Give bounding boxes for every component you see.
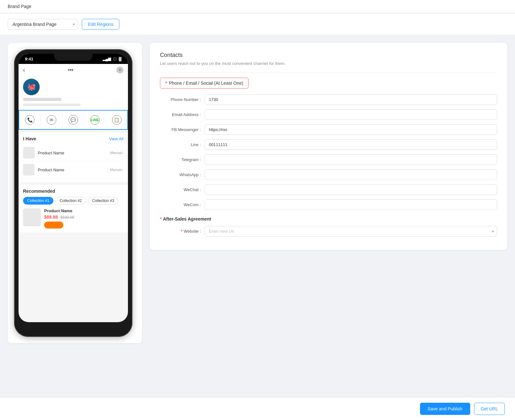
edit-regions-button[interactable]: Edit Regions xyxy=(82,19,119,30)
product-name-2: Product Name xyxy=(38,167,110,172)
phone-frame: 9:41 ▂▄▆ ⬡ ▓ ‹ ••• ✕ xyxy=(14,49,132,337)
phone-number-label: Phone Number : xyxy=(160,97,205,102)
phone-notch xyxy=(54,54,92,61)
region-bar: Argentina Brand Page ▾ Edit Regions xyxy=(0,14,515,35)
fb-messenger-row: FB Messenger : xyxy=(160,124,497,135)
required-badge: * Phone / Email / Social (At Least One) xyxy=(160,78,249,89)
bottom-bar: Save and Publish Get URL xyxy=(0,397,515,420)
line-contact-icon[interactable]: LINE xyxy=(84,114,106,126)
phone-number-row: Phone Number : xyxy=(160,94,497,105)
product-thumb-2 xyxy=(23,164,35,175)
contact-form: Phone Number : Email Address : FB Messen… xyxy=(160,94,497,210)
phone-mockup-container: 9:41 ▂▄▆ ⬡ ▓ ‹ ••• ✕ xyxy=(8,43,142,343)
get-url-button[interactable]: Get URL xyxy=(474,403,505,415)
website-dropdown-wrapper: Enter new Url ▾ xyxy=(205,226,497,237)
contacts-panel: Contacts Let users reach out to you on t… xyxy=(150,43,507,250)
signal-icon: ▂▄▆ xyxy=(103,57,111,61)
wifi-icon: ⬡ xyxy=(113,57,116,61)
product-row: Product Name Manual › xyxy=(23,144,123,161)
phone-status-icons: ▂▄▆ ⬡ ▓ xyxy=(103,57,122,61)
line-label: Line : xyxy=(160,142,205,147)
top-bar: Brand Page xyxy=(0,0,515,13)
website-row: * Website : Enter new Url ▾ xyxy=(160,226,497,237)
collection-tab-1[interactable]: Collection #1 xyxy=(23,197,53,205)
wechat-label: WeChat : xyxy=(160,187,205,192)
collection-tabs: Collection #1 Collection #2 Collection #… xyxy=(23,197,123,205)
wechat-input[interactable] xyxy=(205,184,497,195)
phone-icon: 📞 xyxy=(25,115,35,125)
product-row-2: Product Name Manual › xyxy=(23,161,123,178)
page-wrapper: Brand Page Argentina Brand Page ▾ Edit R… xyxy=(0,0,515,420)
line-input[interactable] xyxy=(205,139,497,150)
contacts-subtitle: Let users reach out to you on the most c… xyxy=(160,61,497,66)
phone-screen: 9:41 ▂▄▆ ⬡ ▓ ‹ ••• ✕ xyxy=(19,54,128,322)
email-address-input[interactable] xyxy=(205,109,497,120)
i-have-title: I Have xyxy=(23,136,36,141)
whatsapp-input[interactable] xyxy=(205,169,497,180)
website-label: * Website : xyxy=(160,229,205,234)
close-icon[interactable]: ✕ xyxy=(116,66,123,74)
note-contact-icon[interactable]: 📋 xyxy=(106,114,127,126)
phone-number-input[interactable] xyxy=(205,94,497,105)
brand-name-bar xyxy=(23,98,61,101)
product-type-1: Manual › xyxy=(110,151,123,155)
required-badge-label: Phone / Email / Social (At Least One) xyxy=(169,81,243,86)
view-all-link[interactable]: View All xyxy=(109,136,123,141)
brand-avatar: 🐙 xyxy=(23,79,40,95)
battery-icon: ▓ xyxy=(119,57,122,61)
product-card: Product Name $88.88 $100.00 xyxy=(23,208,123,229)
back-icon[interactable]: ‹ xyxy=(23,67,25,74)
fb-messenger-label: FB Messenger : xyxy=(160,127,205,132)
contact-icons-bar: 📞 ✉ 💬 LINE 📋 xyxy=(19,110,128,130)
product-price-original: $100.00 xyxy=(60,215,74,220)
contacts-title: Contacts xyxy=(160,52,497,58)
recommended-section: Recommended Collection #1 Collection #2 … xyxy=(19,185,128,232)
phone-contact-icon[interactable]: 📞 xyxy=(19,114,41,126)
email-icon: ✉ xyxy=(47,115,56,125)
whatsapp-label: WhatsApp : xyxy=(160,172,205,177)
product-card-name: Product Name xyxy=(44,208,123,213)
telegram-label: Telegram : xyxy=(160,157,205,162)
main-content: 9:41 ▂▄▆ ⬡ ▓ ‹ ••• ✕ xyxy=(0,35,515,351)
save-and-publish-button[interactable]: Save and Publish xyxy=(420,403,470,415)
product-card-info: Product Name $88.88 $100.00 xyxy=(44,208,123,229)
i-have-header: I Have View All xyxy=(23,136,123,141)
line-row: Line : xyxy=(160,139,497,150)
product-type-2: Manual › xyxy=(110,168,123,172)
after-sales-title: * After-Sales Agreement xyxy=(160,216,497,222)
section-divider xyxy=(160,72,497,73)
note-icon: 📋 xyxy=(112,115,122,125)
product-thumb-1 xyxy=(23,147,35,159)
required-star: * xyxy=(165,81,167,86)
wecom-row: WeCom : xyxy=(160,199,497,210)
wecom-input[interactable] xyxy=(205,199,497,210)
dots-icon: ••• xyxy=(68,67,74,73)
after-sales-title-text: After-Sales Agreement xyxy=(163,216,211,222)
collection-tab-2[interactable]: Collection #2 xyxy=(55,197,86,205)
fb-messenger-input[interactable] xyxy=(205,124,497,135)
i-have-section: I Have View All Product Name Manual › xyxy=(19,132,128,182)
wecom-label: WeCom : xyxy=(160,202,205,207)
wechat-row: WeChat : xyxy=(160,184,497,195)
add-to-cart-button[interactable] xyxy=(44,222,63,229)
region-dropdown[interactable]: Argentina Brand Page xyxy=(8,19,78,30)
telegram-row: Telegram : xyxy=(160,154,497,165)
product-pricing: $88.88 $100.00 xyxy=(44,214,123,220)
phone-time: 9:41 xyxy=(25,57,33,61)
after-sales-section: * After-Sales Agreement * Website : Ente… xyxy=(160,216,497,237)
telegram-input[interactable] xyxy=(205,154,497,165)
screen-nav: ‹ ••• ✕ xyxy=(19,64,128,76)
email-contact-icon[interactable]: ✉ xyxy=(41,114,63,126)
recommended-title: Recommended xyxy=(23,189,123,194)
collection-tab-3[interactable]: Collection #3 xyxy=(88,197,118,205)
after-sales-star: * xyxy=(160,216,162,222)
brand-desc-bar xyxy=(23,104,81,106)
product-name-1: Product Name xyxy=(38,151,110,155)
line-icon: LINE xyxy=(90,115,100,125)
messenger-icon: 💬 xyxy=(68,115,78,125)
page-title: Brand Page xyxy=(8,4,31,9)
messenger-contact-icon[interactable]: 💬 xyxy=(63,114,84,126)
website-dropdown[interactable]: Enter new Url xyxy=(205,226,497,237)
product-card-thumb xyxy=(23,208,41,226)
region-dropdown-wrapper: Argentina Brand Page ▾ xyxy=(8,19,78,30)
